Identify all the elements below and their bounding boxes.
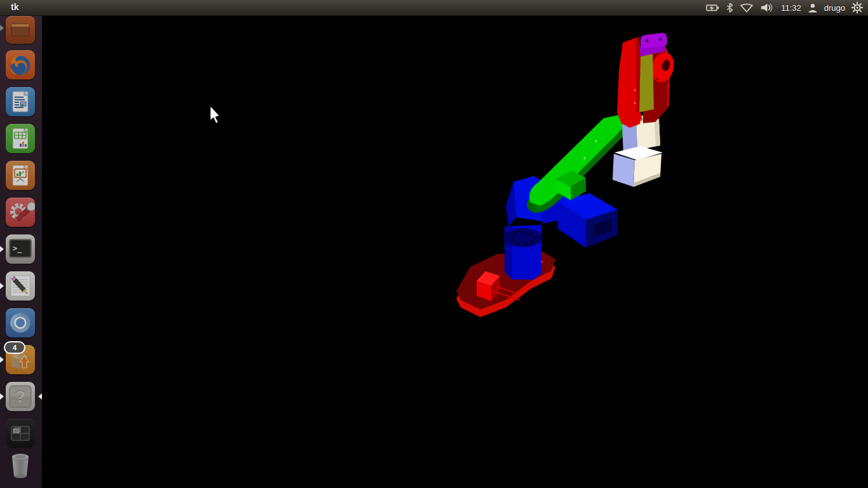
tk-3d-viewport[interactable] <box>0 0 868 488</box>
plate-screw <box>634 89 635 91</box>
text-editor-icon <box>6 271 35 301</box>
bluetooth-icon[interactable] <box>726 3 733 13</box>
username[interactable]: drugo <box>824 3 845 13</box>
launcher-item-tk-app[interactable]: ? <box>0 382 42 412</box>
plate-screw <box>634 102 635 104</box>
question-mark-glyph: ? <box>6 382 35 411</box>
launcher-item-software-updater[interactable]: 4 <box>0 345 42 375</box>
firefox-icon <box>6 50 35 79</box>
files-icon <box>6 16 35 44</box>
cap-screw <box>646 39 649 43</box>
clock[interactable]: 11:32 <box>781 3 801 13</box>
window-title: tk <box>11 2 18 12</box>
calc-icon <box>6 124 35 153</box>
cap-screw <box>659 38 662 41</box>
trash-icon <box>6 451 35 480</box>
svg-text:>_: >_ <box>13 244 22 254</box>
forearm-speck <box>595 140 597 142</box>
wrist-lower-front <box>613 154 635 187</box>
disc-screw <box>667 80 670 83</box>
terminal-icon: >_ <box>6 234 35 264</box>
cap-top <box>641 33 667 48</box>
launcher-item-libreoffice-calc[interactable] <box>0 124 42 154</box>
impress-icon <box>6 161 35 190</box>
robot-arm-model <box>0 0 868 488</box>
launcher-item-text-editor[interactable] <box>0 271 42 301</box>
settings-icon <box>6 198 35 227</box>
session-gear-icon[interactable] <box>851 2 863 13</box>
robot-upper-arm <box>617 33 677 128</box>
running-arrow-icon <box>0 356 4 363</box>
top-panel: tk <box>0 0 868 16</box>
unity-launcher: >_ <box>0 15 42 488</box>
focused-arrow-icon <box>38 393 42 400</box>
launcher-item-chromium[interactable] <box>0 308 42 338</box>
writer-icon <box>6 87 35 116</box>
launcher-item-system-settings[interactable] <box>0 198 42 227</box>
network-icon[interactable] <box>740 3 754 13</box>
workspace-switcher-icon <box>6 419 35 448</box>
running-arrow-icon <box>0 25 4 31</box>
launcher-item-files[interactable] <box>0 16 42 46</box>
indicator-area: 11:32 drugo <box>706 0 863 15</box>
launcher-item-libreoffice-writer[interactable] <box>0 87 42 117</box>
launcher-item-libreoffice-impress[interactable] <box>0 161 42 191</box>
running-arrow-icon <box>0 283 4 289</box>
update-count-badge: 4 <box>4 341 25 354</box>
launcher-item-terminal[interactable]: >_ <box>0 234 42 264</box>
forearm-speck <box>583 157 585 159</box>
desktop: tk <box>0 0 868 488</box>
unknown-app-icon: ? <box>6 382 35 411</box>
running-arrow-icon <box>0 393 4 400</box>
user-icon[interactable] <box>808 3 818 13</box>
launcher-item-trash[interactable] <box>0 451 42 487</box>
volume-icon[interactable] <box>760 3 775 13</box>
launcher-item-firefox[interactable] <box>0 50 42 80</box>
launcher-item-workspace-switcher[interactable] <box>0 419 42 449</box>
chromium-icon <box>6 308 35 337</box>
battery-icon[interactable] <box>706 3 720 12</box>
running-arrow-icon <box>0 246 4 252</box>
disc-screw <box>656 78 658 80</box>
